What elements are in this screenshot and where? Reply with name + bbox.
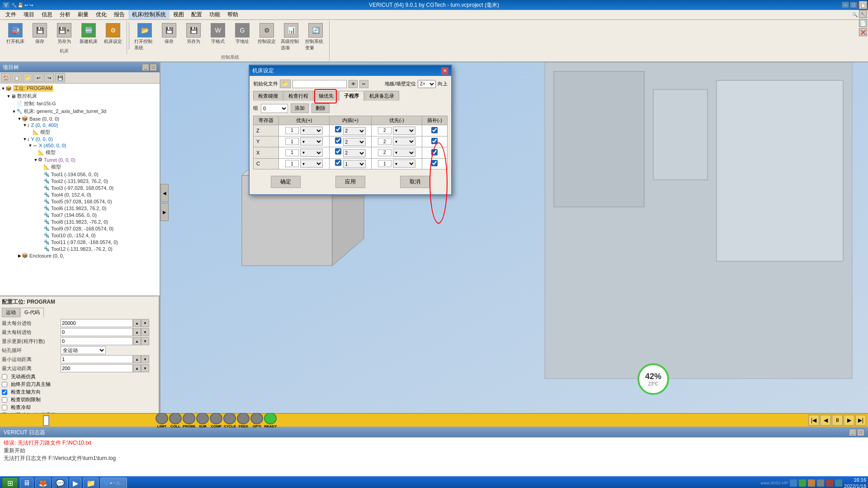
tree-item-tool12[interactable]: 🔩 Tool12 (-131.9823, -76.2, 0)	[1, 245, 159, 252]
check-x-interpplus[interactable]	[335, 148, 341, 155]
spinbtn-mindist-up[interactable]: ▲	[133, 355, 141, 363]
cancel-button[interactable]: 取消	[400, 176, 430, 188]
menu-info[interactable]: 信息	[38, 10, 56, 19]
comp-button[interactable]	[210, 413, 222, 424]
tree-undo-button[interactable]: ↩	[33, 73, 43, 82]
progress-thumb[interactable]	[43, 415, 49, 426]
check-z-interpplus[interactable]	[335, 126, 341, 132]
select-z-priplus[interactable]: ▾	[300, 127, 323, 135]
select-c-priplus[interactable]: ▾	[300, 160, 323, 168]
apply-button[interactable]: 应用	[335, 176, 365, 188]
tree-item-tool4[interactable]: 🔩 Tool4 (0, 152.4, 0)	[1, 191, 159, 198]
menu-optimize[interactable]: 优化	[92, 10, 110, 19]
select-z-priminus[interactable]: ▾	[393, 127, 415, 135]
sim-step-back-button[interactable]: ◀	[820, 415, 831, 426]
taskbar-app-4[interactable]: 📁	[83, 478, 99, 488]
probe-button[interactable]	[183, 413, 195, 424]
sim-pause-button[interactable]: ⏸	[832, 415, 843, 426]
log-icon-4[interactable]: ❌	[859, 28, 867, 36]
tab-collision[interactable]: 检查碰撞	[253, 91, 283, 101]
word-address-button[interactable]: G 字地址	[231, 22, 254, 52]
save-machine-button[interactable]: 💾 保存	[28, 22, 52, 46]
select-y-priminus[interactable]: ▾	[393, 137, 415, 145]
tree-redo-button[interactable]: ↪	[44, 73, 54, 82]
spinbtn-mindist-down[interactable]: ▼	[141, 355, 149, 363]
init-file-button[interactable]: 📁	[280, 80, 291, 88]
check-checklimit[interactable]	[2, 397, 7, 403]
advanced-control-button[interactable]: 📊 高级控制选项	[279, 22, 303, 52]
select-x-priplus[interactable]: ▾	[300, 149, 323, 157]
log-icon-1[interactable]: 📋	[859, 1, 867, 9]
input-z-priminus[interactable]	[378, 127, 392, 134]
log-maximize-button[interactable]: □	[857, 429, 864, 436]
tree-item-base[interactable]: ▼ 📦 Base (0, 0, 0)	[1, 115, 159, 122]
ok-button[interactable]: 确定	[271, 176, 301, 188]
input-c-priplus[interactable]	[285, 160, 299, 167]
location-select[interactable]: Z+ Z- Y+	[418, 80, 436, 88]
spinbtn-display-down[interactable]: ▼	[141, 337, 149, 345]
input-displayupdate[interactable]	[61, 337, 133, 345]
tree-add-button[interactable]: 📋	[12, 73, 22, 82]
select-z-interpplus[interactable]: 2	[343, 127, 366, 135]
spinbtn-maxrev-down[interactable]: ▼	[141, 328, 149, 336]
check-y-interpminus[interactable]	[431, 138, 438, 144]
tree-item-model1[interactable]: 📐 模型	[1, 128, 159, 136]
log-icon-2[interactable]: 🔧	[859, 10, 867, 18]
delete-group-button[interactable]: 删除	[311, 103, 330, 113]
check-x-interpminus[interactable]	[431, 149, 438, 155]
coll-button[interactable]	[169, 413, 182, 424]
input-x-priminus[interactable]	[378, 149, 392, 156]
sim-play-button[interactable]: ▶	[844, 415, 854, 426]
add-group-button[interactable]: 添加	[291, 103, 309, 113]
tree-item-workpiece[interactable]: ▼ 📦 工位: PROGRAM	[1, 84, 159, 92]
tree-item-tool11[interactable]: 🔩 Tool11 (-97.028, -168.0574, 0)	[1, 239, 159, 245]
input-maxfeed[interactable]	[61, 319, 133, 327]
word-format-button[interactable]: W 字格式	[206, 22, 230, 52]
tree-minimize-button[interactable]: _	[142, 64, 149, 71]
check-c-interpplus[interactable]	[335, 160, 341, 166]
tab-subprogram[interactable]: 子程序	[339, 91, 364, 101]
cycle-button[interactable]	[223, 413, 236, 424]
control-var-button[interactable]: 🔄 控制系统变量	[304, 22, 327, 52]
control-settings-button[interactable]: ⚙ 控制设定	[255, 22, 278, 52]
saveas-machine-button[interactable]: 💾+ 另存为	[52, 22, 76, 46]
input-z-priplus[interactable]	[285, 127, 299, 134]
check-noanim[interactable]	[2, 374, 7, 380]
tree-item-x-axis[interactable]: ▼ ↔ X (450, 0, 0)	[1, 142, 159, 149]
check-y-interpplus[interactable]	[335, 137, 341, 144]
tree-item-tool10[interactable]: 🔩 Tool10 (0, -152.4, 0)	[1, 232, 159, 239]
check-z-interpminus[interactable]	[431, 127, 438, 133]
menu-report[interactable]: 报告	[110, 10, 128, 19]
menu-config[interactable]: 配置	[188, 10, 206, 19]
sim-to-end-button[interactable]: ▶|	[855, 415, 866, 426]
tab-gcode[interactable]: G-代码	[20, 308, 44, 317]
tree-item-tool9[interactable]: 🔩 Tool9 (97.028, -168.0574, 0)	[1, 225, 159, 232]
nav-down-button[interactable]: ▶	[160, 203, 169, 221]
select-y-interpplus[interactable]: 2	[343, 138, 366, 146]
tab-memo[interactable]: 机床备忘录	[364, 91, 399, 101]
check-autoload[interactable]	[2, 413, 7, 413]
saveas-control-button[interactable]: 💾 另存为	[182, 22, 205, 52]
machine-settings-button[interactable]: ⚙ 机床设定	[101, 22, 125, 46]
menu-function[interactable]: 功能	[206, 10, 224, 19]
save-control-button[interactable]: 💾 保存	[157, 22, 181, 52]
spinbtn-maxfeed-up[interactable]: ▲	[133, 319, 141, 327]
menu-analysis[interactable]: 分析	[56, 10, 74, 19]
tree-item-model2[interactable]: 📐 模型	[1, 149, 159, 156]
select-c-priminus[interactable]: ▾	[393, 160, 415, 168]
tab-travel[interactable]: 检查行程	[283, 91, 313, 101]
taskbar-app-vericut[interactable]: V ●一人...	[100, 478, 127, 488]
nav-up-button[interactable]: ◀	[160, 184, 169, 202]
tree-maximize-button[interactable]: □	[150, 64, 157, 71]
tree-item-control[interactable]: 📄 控制: fan15t-G	[1, 100, 159, 108]
tree-item-tool6[interactable]: 🔩 Tool6 (131.9823, 76.2, 0)	[1, 205, 159, 211]
taskbar-app-1[interactable]: 🦊	[35, 478, 51, 488]
log-minimize-button[interactable]: _	[849, 429, 856, 436]
tree-item-turret[interactable]: ▼ ⚙ Turret (0, 0, 0)	[1, 156, 159, 163]
tree-item-tool2[interactable]: 🔩 Tool2 (-131.9823, 76.2, 0)	[1, 178, 159, 184]
input-c-priminus[interactable]	[378, 160, 392, 167]
taskbar-app-2[interactable]: 💬	[52, 478, 68, 488]
check-spindle[interactable]	[2, 382, 7, 387]
tree-folder-button[interactable]: 📁	[23, 73, 33, 82]
tab-motion[interactable]: 运动	[2, 308, 20, 317]
